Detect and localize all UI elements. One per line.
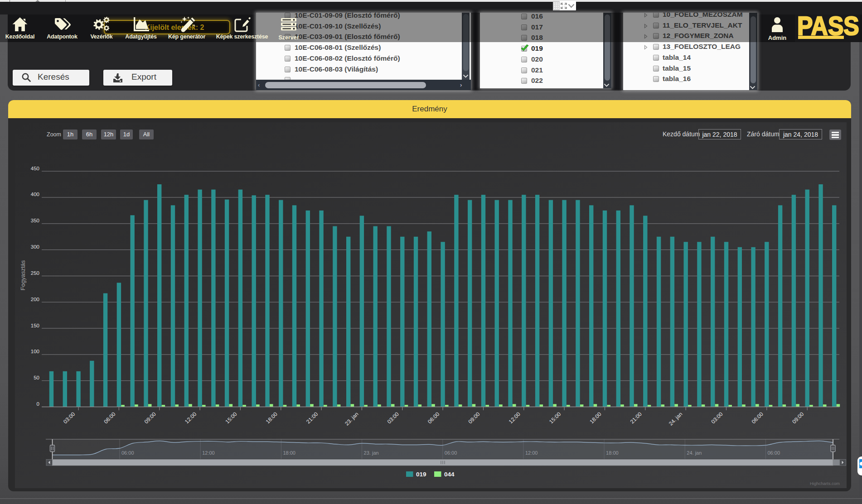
svg-text:50: 50 <box>34 375 39 380</box>
svg-text:250: 250 <box>31 270 39 276</box>
svg-text:044: 044 <box>444 471 455 478</box>
svg-text:450: 450 <box>31 166 39 171</box>
svg-text:150: 150 <box>31 323 39 328</box>
svg-text:019: 019 <box>416 471 426 478</box>
svg-text:100: 100 <box>31 349 39 354</box>
svg-text:350: 350 <box>31 218 39 223</box>
svg-text:Highcharts.com: Highcharts.com <box>810 481 840 486</box>
svg-text:300: 300 <box>31 244 39 250</box>
svg-text:200: 200 <box>31 297 39 302</box>
svg-text:400: 400 <box>31 192 39 197</box>
svg-text:Fogyasztás: Fogyasztás <box>19 260 26 290</box>
svg-text:0: 0 <box>37 401 39 407</box>
